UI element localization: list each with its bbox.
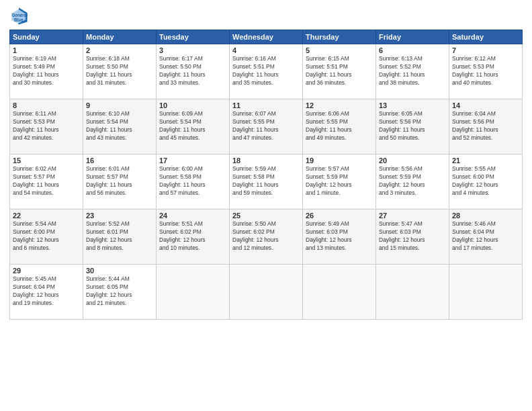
calendar-cell: 23Sunrise: 5:52 AM Sunset: 6:01 PM Dayli… [83, 210, 157, 265]
calendar-cell [376, 265, 449, 320]
day-info: Sunrise: 5:50 AM Sunset: 6:02 PM Dayligh… [232, 220, 300, 253]
day-number: 14 [452, 101, 519, 109]
day-number: 15 [13, 156, 80, 165]
day-info: Sunrise: 6:13 AM Sunset: 5:52 PM Dayligh… [379, 55, 446, 87]
weekday-header-sunday: Sunday [10, 30, 83, 44]
calendar-cell [230, 265, 303, 320]
day-info: Sunrise: 5:49 AM Sunset: 6:03 PM Dayligh… [306, 220, 373, 253]
weekday-header-saturday: Saturday [449, 30, 523, 44]
day-info: Sunrise: 6:02 AM Sunset: 5:57 PM Dayligh… [13, 165, 80, 197]
day-info: Sunrise: 6:07 AM Sunset: 5:55 PM Dayligh… [232, 110, 300, 142]
calendar-cell: 30Sunrise: 5:44 AM Sunset: 6:05 PM Dayli… [83, 265, 157, 320]
calendar-week-3: 15Sunrise: 6:02 AM Sunset: 5:57 PM Dayli… [10, 154, 523, 210]
day-number: 6 [379, 46, 446, 54]
day-number: 22 [13, 212, 80, 220]
day-number: 16 [86, 156, 153, 165]
day-number: 9 [86, 101, 153, 109]
weekday-header-tuesday: Tuesday [157, 30, 230, 44]
day-info: Sunrise: 5:57 AM Sunset: 5:59 PM Dayligh… [306, 165, 373, 197]
day-number: 24 [159, 212, 226, 220]
day-number: 29 [13, 267, 80, 275]
calendar-cell [449, 265, 523, 320]
day-info: Sunrise: 5:52 AM Sunset: 6:01 PM Dayligh… [86, 220, 153, 253]
day-info: Sunrise: 5:59 AM Sunset: 5:58 PM Dayligh… [232, 165, 300, 197]
header: General Blue [9, 7, 523, 26]
day-number: 17 [159, 156, 226, 165]
day-number: 26 [306, 212, 373, 220]
weekday-header-monday: Monday [83, 30, 157, 44]
day-info: Sunrise: 6:15 AM Sunset: 5:51 PM Dayligh… [306, 55, 373, 87]
calendar-cell: 12Sunrise: 6:06 AM Sunset: 5:55 PM Dayli… [303, 99, 376, 154]
page: General Blue SundayMondayTuesdayWednesda… [0, 0, 532, 411]
day-number: 12 [306, 101, 373, 109]
weekday-header-row: SundayMondayTuesdayWednesdayThursdayFrid… [10, 30, 523, 44]
day-info: Sunrise: 6:18 AM Sunset: 5:50 PM Dayligh… [86, 55, 153, 87]
calendar-cell: 28Sunrise: 5:46 AM Sunset: 6:04 PM Dayli… [449, 210, 523, 265]
day-number: 25 [232, 212, 300, 220]
svg-text:Blue: Blue [14, 17, 24, 22]
day-info: Sunrise: 5:51 AM Sunset: 6:02 PM Dayligh… [159, 220, 226, 253]
calendar-week-1: 1Sunrise: 6:19 AM Sunset: 5:49 PM Daylig… [10, 44, 523, 99]
day-number: 8 [13, 101, 80, 109]
day-number: 1 [13, 46, 80, 54]
day-info: Sunrise: 6:16 AM Sunset: 5:51 PM Dayligh… [232, 55, 300, 87]
calendar: SundayMondayTuesdayWednesdayThursdayFrid… [9, 30, 523, 320]
calendar-cell: 3Sunrise: 6:17 AM Sunset: 5:50 PM Daylig… [157, 44, 230, 99]
day-number: 2 [86, 46, 153, 54]
day-info: Sunrise: 6:09 AM Sunset: 5:54 PM Dayligh… [159, 110, 226, 142]
calendar-cell: 16Sunrise: 6:01 AM Sunset: 5:57 PM Dayli… [83, 154, 157, 210]
calendar-cell: 26Sunrise: 5:49 AM Sunset: 6:03 PM Dayli… [303, 210, 376, 265]
day-number: 18 [232, 156, 300, 165]
day-number: 4 [232, 46, 300, 54]
day-info: Sunrise: 6:17 AM Sunset: 5:50 PM Dayligh… [159, 55, 226, 87]
day-info: Sunrise: 5:46 AM Sunset: 6:04 PM Dayligh… [452, 220, 519, 253]
calendar-cell: 18Sunrise: 5:59 AM Sunset: 5:58 PM Dayli… [230, 154, 303, 210]
calendar-cell: 5Sunrise: 6:15 AM Sunset: 5:51 PM Daylig… [303, 44, 376, 99]
day-number: 19 [306, 156, 373, 165]
calendar-cell [157, 265, 230, 320]
calendar-cell [303, 265, 376, 320]
calendar-cell: 29Sunrise: 5:45 AM Sunset: 6:04 PM Dayli… [10, 265, 83, 320]
calendar-week-2: 8Sunrise: 6:11 AM Sunset: 5:53 PM Daylig… [10, 99, 523, 154]
day-number: 13 [379, 101, 446, 109]
day-number: 23 [86, 212, 153, 220]
day-number: 3 [159, 46, 226, 54]
calendar-cell: 21Sunrise: 5:55 AM Sunset: 6:00 PM Dayli… [449, 154, 523, 210]
day-number: 11 [232, 101, 300, 109]
calendar-cell: 2Sunrise: 6:18 AM Sunset: 5:50 PM Daylig… [83, 44, 157, 99]
day-info: Sunrise: 6:12 AM Sunset: 5:53 PM Dayligh… [452, 55, 519, 87]
day-number: 10 [159, 101, 226, 109]
day-info: Sunrise: 5:56 AM Sunset: 5:59 PM Dayligh… [379, 165, 446, 197]
calendar-cell: 22Sunrise: 5:54 AM Sunset: 6:00 PM Dayli… [10, 210, 83, 265]
calendar-cell: 19Sunrise: 5:57 AM Sunset: 5:59 PM Dayli… [303, 154, 376, 210]
calendar-cell: 7Sunrise: 6:12 AM Sunset: 5:53 PM Daylig… [449, 44, 523, 99]
calendar-cell: 20Sunrise: 5:56 AM Sunset: 5:59 PM Dayli… [376, 154, 449, 210]
weekday-header-thursday: Thursday [303, 30, 376, 44]
calendar-cell: 10Sunrise: 6:09 AM Sunset: 5:54 PM Dayli… [157, 99, 230, 154]
day-info: Sunrise: 6:04 AM Sunset: 5:56 PM Dayligh… [452, 110, 519, 142]
day-info: Sunrise: 5:54 AM Sunset: 6:00 PM Dayligh… [13, 220, 80, 253]
day-info: Sunrise: 6:06 AM Sunset: 5:55 PM Dayligh… [306, 110, 373, 142]
calendar-week-4: 22Sunrise: 5:54 AM Sunset: 6:00 PM Dayli… [10, 210, 523, 265]
calendar-cell: 6Sunrise: 6:13 AM Sunset: 5:52 PM Daylig… [376, 44, 449, 99]
calendar-cell: 15Sunrise: 6:02 AM Sunset: 5:57 PM Dayli… [10, 154, 83, 210]
calendar-cell: 14Sunrise: 6:04 AM Sunset: 5:56 PM Dayli… [449, 99, 523, 154]
calendar-cell: 11Sunrise: 6:07 AM Sunset: 5:55 PM Dayli… [230, 99, 303, 154]
weekday-header-wednesday: Wednesday [230, 30, 303, 44]
day-number: 27 [379, 212, 446, 220]
day-info: Sunrise: 6:05 AM Sunset: 5:56 PM Dayligh… [379, 110, 446, 142]
day-number: 7 [452, 46, 519, 54]
weekday-header-friday: Friday [376, 30, 449, 44]
day-info: Sunrise: 5:45 AM Sunset: 6:04 PM Dayligh… [13, 275, 80, 308]
day-number: 20 [379, 156, 446, 165]
day-number: 21 [452, 156, 519, 165]
calendar-cell: 24Sunrise: 5:51 AM Sunset: 6:02 PM Dayli… [157, 210, 230, 265]
day-info: Sunrise: 6:11 AM Sunset: 5:53 PM Dayligh… [13, 110, 80, 142]
day-info: Sunrise: 6:19 AM Sunset: 5:49 PM Dayligh… [13, 55, 80, 87]
calendar-cell: 1Sunrise: 6:19 AM Sunset: 5:49 PM Daylig… [10, 44, 83, 99]
calendar-cell: 25Sunrise: 5:50 AM Sunset: 6:02 PM Dayli… [230, 210, 303, 265]
calendar-cell: 4Sunrise: 6:16 AM Sunset: 5:51 PM Daylig… [230, 44, 303, 99]
logo-icon: General Blue [9, 7, 28, 26]
day-number: 5 [306, 46, 373, 54]
calendar-week-5: 29Sunrise: 5:45 AM Sunset: 6:04 PM Dayli… [10, 265, 523, 320]
